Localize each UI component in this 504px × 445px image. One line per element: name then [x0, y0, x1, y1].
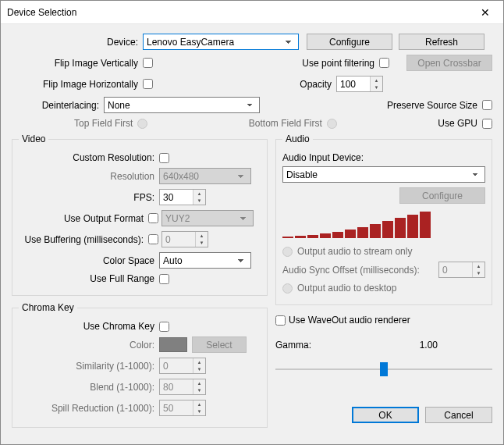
device-label: Device:: [12, 37, 143, 48]
sync-offset-label: Audio Sync Offset (milliseconds):: [282, 265, 438, 276]
output-format-label: Use Output Format: [19, 213, 148, 224]
fullrange-checkbox[interactable]: [159, 274, 169, 284]
top-field-radio: [137, 119, 147, 129]
preserve-label: Preserve Source Size: [387, 100, 482, 111]
waveout-checkbox[interactable]: [275, 315, 286, 326]
flip-h-label: Flip Image Horizontally: [12, 79, 143, 90]
fps-spin[interactable]: ▲▼: [159, 189, 206, 205]
blend-label: Blend (1-1000):: [19, 382, 159, 393]
spill-spin: ▲▼: [159, 400, 206, 416]
flip-v-label: Flip Image Vertically: [12, 58, 143, 69]
desktop-label: Output audio to desktop: [297, 283, 396, 294]
spill-label: Spill Reduction (1-1000):: [19, 403, 159, 414]
audio-input-select[interactable]: Disable: [282, 166, 485, 183]
audio-configure-button: Configure: [399, 187, 485, 204]
gamma-label: Gamma:: [275, 340, 330, 351]
audio-group: Audio Audio Input Device: Disable Config…: [275, 134, 492, 305]
deinterlace-label: Deinterlacing:: [12, 100, 104, 111]
audio-legend: Audio: [282, 134, 313, 144]
use-gpu-label: Use GPU: [438, 118, 482, 129]
blend-spin: ▲▼: [159, 379, 206, 395]
sync-offset-spin: ▲▼: [438, 262, 485, 278]
device-select[interactable]: Lenovo EasyCamera: [143, 34, 299, 50]
similarity-label: Similarity (1-1000):: [19, 361, 159, 372]
cancel-button[interactable]: Cancel: [425, 407, 492, 423]
top-field-label: Top Field First: [74, 118, 137, 129]
desktop-radio: [282, 283, 293, 294]
use-chroma-label: Use Chroma Key: [19, 321, 159, 332]
buffering-spin: ▲▼: [161, 231, 208, 247]
similarity-spin: ▲▼: [159, 358, 206, 374]
audio-input-label: Audio Input Device:: [282, 152, 485, 163]
video-legend: Video: [19, 134, 48, 144]
use-chroma-checkbox[interactable]: [159, 322, 169, 332]
bottom-field-label: Bottom Field First: [249, 118, 327, 129]
use-gpu-checkbox[interactable]: [482, 119, 492, 129]
open-crossbar-button: Open Crossbar: [406, 55, 492, 71]
titlebar: Device Selection ✕: [1, 1, 503, 24]
color-swatch: [159, 337, 187, 352]
ok-button[interactable]: OK: [352, 407, 419, 423]
gamma-value: 1.00: [420, 340, 438, 351]
colorspace-select[interactable]: Auto: [159, 252, 251, 269]
res-label: Resolution: [19, 171, 159, 182]
custom-res-checkbox[interactable]: [159, 153, 169, 163]
point-filter-label: Use point filtering: [302, 58, 379, 69]
res-select: 640x480: [159, 168, 251, 184]
color-label: Color:: [19, 340, 159, 351]
flip-h-checkbox[interactable]: [143, 79, 153, 89]
colorspace-label: Color Space: [19, 255, 159, 266]
select-color-button: Select: [192, 336, 247, 353]
stream-only-radio: [282, 247, 293, 257]
buffering-checkbox[interactable]: [148, 234, 158, 244]
flip-v-checkbox[interactable]: [143, 58, 153, 68]
dialog-content: Device: Lenovo EasyCamera Configure Refr…: [1, 24, 503, 428]
video-group: Video Custom Resolution: Resolution640x4…: [12, 134, 268, 296]
waveout-label: Use WaveOut audio renderer: [289, 315, 410, 326]
fps-label: FPS:: [19, 192, 159, 203]
deinterlace-select[interactable]: None: [104, 97, 260, 113]
opacity-spin[interactable]: ▲▼: [336, 76, 383, 92]
chroma-legend: Chroma Key: [19, 302, 77, 313]
configure-button[interactable]: Configure: [307, 34, 392, 50]
point-filter-checkbox[interactable]: [379, 58, 389, 68]
bottom-field-radio: [327, 119, 337, 129]
buffering-label: Use Buffering (milliseconds):: [19, 234, 148, 245]
fullrange-label: Use Full Range: [19, 273, 159, 284]
window-title: Device Selection: [7, 7, 467, 18]
audio-meter: [282, 210, 485, 238]
chroma-group: Chroma Key Use Chroma Key Color:Select S…: [12, 302, 268, 428]
gamma-slider[interactable]: [275, 361, 492, 377]
refresh-button[interactable]: Refresh: [399, 34, 484, 50]
custom-res-label: Custom Resolution:: [19, 152, 159, 163]
stream-only-label: Output audio to stream only: [297, 246, 412, 257]
preserve-checkbox[interactable]: [482, 100, 492, 110]
close-icon[interactable]: ✕: [467, 1, 503, 24]
opacity-label: Opacity: [300, 79, 336, 90]
output-format-select: YUY2: [161, 210, 254, 226]
output-format-checkbox[interactable]: [148, 213, 158, 223]
